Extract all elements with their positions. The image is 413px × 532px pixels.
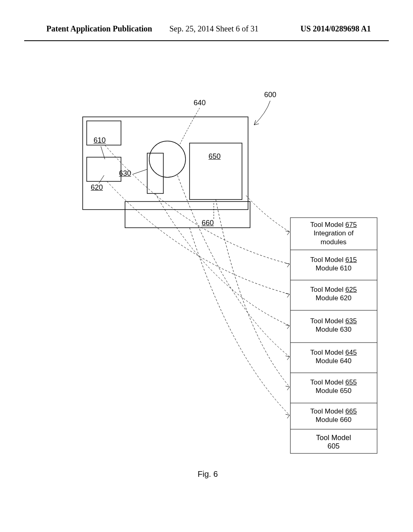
conn-600-675	[246, 195, 290, 232]
label-620: 620	[91, 183, 103, 192]
tm-title-605: Tool Model 605	[293, 434, 374, 451]
label-660: 660	[202, 219, 214, 227]
conn-640-645	[177, 175, 290, 357]
box-620	[87, 157, 121, 181]
label-640: 640	[194, 99, 206, 107]
label-600: 600	[264, 91, 276, 99]
figure-caption: Fig. 6	[198, 470, 218, 479]
leader-620	[99, 175, 104, 183]
box-660	[125, 202, 250, 228]
conn-620-625	[107, 181, 290, 294]
tm-entry-645: Tool Model 645 Module 640	[293, 348, 374, 366]
leader-630	[133, 169, 147, 174]
label-650: 650	[209, 152, 221, 161]
box-630	[147, 153, 163, 193]
label-610: 610	[94, 136, 106, 145]
box-600	[83, 117, 248, 210]
tm-entry-625: Tool Model 625 Module 620	[293, 285, 374, 303]
tm-entry-675: Tool Model 675 Integration of modules	[293, 220, 374, 246]
tm-entry-635: Tool Model 635 Module 630	[293, 317, 374, 334]
leader-640	[179, 108, 200, 145]
conn-630-635	[155, 193, 290, 326]
conn-660-665	[190, 228, 290, 415]
conn-610-615	[105, 145, 290, 264]
circle-640	[149, 141, 186, 177]
tm-entry-615: Tool Model 615 Module 610	[293, 256, 374, 273]
box-650	[190, 143, 242, 200]
leader-600	[254, 101, 270, 125]
tm-entry-655: Tool Model 655 Module 650	[293, 378, 374, 395]
patent-figure-page: Patent Application Publication Sep. 25, …	[0, 0, 413, 532]
label-630: 630	[119, 169, 131, 178]
tm-entry-665: Tool Model 665 Module 660	[293, 407, 374, 424]
